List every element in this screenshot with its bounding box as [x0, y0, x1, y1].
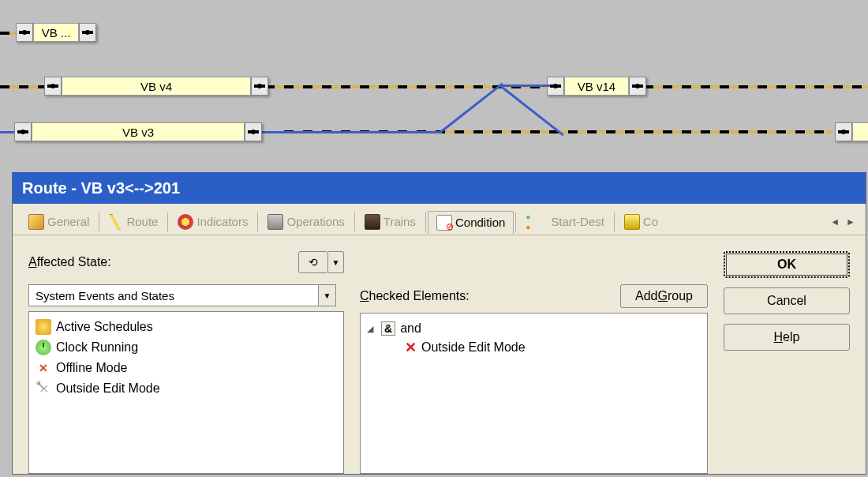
connector-icon — [16, 23, 33, 42]
connector-icon — [629, 77, 646, 96]
tab-route[interactable]: Route — [101, 211, 166, 233]
chevron-down-icon[interactable]: ▼ — [318, 285, 335, 306]
offline-icon — [36, 360, 51, 376]
connector-icon — [835, 122, 852, 141]
list-item[interactable]: Offline Mode — [36, 358, 337, 378]
ok-button[interactable]: OK — [724, 251, 850, 278]
tab-label: Operations — [286, 215, 344, 228]
connector-icon — [245, 122, 262, 141]
and-operator-icon: & — [381, 321, 395, 336]
track-switch — [440, 83, 503, 133]
btn-text: elp — [783, 330, 799, 344]
tree-node-label: and — [400, 321, 421, 336]
separator — [167, 212, 168, 231]
cancel-button[interactable]: Cancel — [724, 287, 850, 314]
block-label: VB v14 — [578, 80, 615, 93]
tree-node-item[interactable]: ✕ Outside Edit Mode — [367, 337, 701, 358]
add-group-button[interactable]: Add Group — [620, 284, 708, 308]
trains-icon — [365, 214, 380, 230]
separator — [515, 212, 516, 231]
route-dialog: Route - VB v3<-->201 General Route Indic… — [12, 172, 866, 475]
dialog-title: Route - VB v3<-->201 — [22, 179, 180, 197]
tab-bar: General Route Indicators Operations Trai… — [13, 204, 866, 235]
btn-text: Cancel — [767, 294, 806, 308]
tab-label: Indicators — [196, 215, 248, 228]
tab-indicators[interactable]: Indicators — [170, 211, 256, 233]
tab-label: Start-Dest — [551, 215, 604, 228]
btn-text: Add — [635, 289, 657, 303]
tab-scroll: ◄ ► — [828, 216, 858, 227]
state-action-button[interactable]: ⟲ — [298, 251, 328, 273]
events-combo[interactable]: System Events and States ▼ — [28, 284, 336, 306]
track-block[interactable]: VB ... — [33, 23, 79, 42]
btn-text: G — [658, 289, 668, 303]
dialog-content: Affected State: ⟲ ▼ System Events and St… — [13, 235, 866, 474]
track-block[interactable] — [852, 122, 868, 141]
connector-icon — [44, 77, 62, 96]
track-segment-active — [268, 131, 442, 133]
track-block[interactable]: VB v3 — [32, 122, 245, 141]
combo-value: System Events and States — [29, 289, 318, 302]
list-item[interactable]: Active Schedules — [36, 317, 337, 337]
operations-icon — [268, 214, 283, 230]
list-item[interactable]: Clock Running — [36, 337, 337, 358]
tab-condition[interactable]: Condition — [428, 211, 514, 235]
condition-icon — [436, 215, 452, 231]
tab-label: General — [47, 215, 89, 228]
route-icon — [109, 214, 123, 230]
x-icon: ✕ — [405, 339, 417, 356]
separator — [99, 212, 99, 231]
conditions-tree[interactable]: ◢ & and ✕ Outside Edit Mode — [360, 313, 708, 474]
list-item-label: Active Schedules — [56, 320, 153, 334]
tab-label: Route — [126, 215, 158, 228]
checked-elements-label: Checked Elements: — [360, 289, 470, 303]
separator — [354, 212, 355, 231]
help-button[interactable]: Help — [724, 324, 850, 351]
tab-label: Trains — [383, 215, 416, 228]
block-label: VB v4 — [140, 80, 172, 93]
list-item-label: Outside Edit Mode — [56, 381, 160, 396]
affected-state-row: Affected State: ⟲ ▼ — [28, 251, 344, 273]
left-column: Affected State: ⟲ ▼ System Events and St… — [28, 251, 344, 474]
tab-general[interactable]: General — [21, 211, 97, 233]
middle-column: Checked Elements: Add Group ◢ & and ✕ Ou… — [360, 251, 708, 474]
track-segment-active — [499, 85, 550, 87]
tree-node-and[interactable]: ◢ & and — [367, 320, 701, 337]
start-dest-icon — [526, 214, 541, 230]
list-item-label: Offline Mode — [56, 361, 127, 375]
general-icon — [28, 214, 44, 230]
connector-icon — [14, 122, 32, 141]
btn-text: H — [774, 330, 784, 344]
tab-co[interactable]: Co — [616, 211, 666, 233]
list-item-label: Clock Running — [56, 340, 138, 355]
track-block[interactable]: VB v4 — [62, 77, 251, 96]
state-action-dropdown[interactable]: ▼ — [328, 251, 344, 273]
affected-state-label: Affected State: — [28, 255, 298, 269]
dialog-titlebar: Route - VB v3<-->201 — [13, 172, 866, 204]
block-label: VB v3 — [122, 126, 154, 139]
connector-icon — [79, 23, 96, 42]
tab-label: Co — [643, 215, 658, 228]
tab-scroll-left[interactable]: ◄ — [828, 216, 842, 227]
states-listbox[interactable]: Active Schedules Clock Running Offline M… — [28, 311, 344, 474]
tab-start-dest[interactable]: Start-Dest — [518, 211, 612, 233]
block-label: VB ... — [42, 26, 71, 39]
clock-icon — [36, 340, 51, 355]
tab-label: Condition — [455, 216, 505, 229]
tab-trains[interactable]: Trains — [357, 211, 424, 233]
track-block[interactable]: VB v14 — [564, 77, 629, 96]
separator — [614, 212, 615, 231]
tab-operations[interactable]: Operations — [260, 211, 352, 233]
track-diagram: VB ... VB v4 VB v14 VB v3 — [0, 0, 868, 174]
separator — [257, 212, 258, 231]
btn-text: roup — [668, 289, 693, 303]
list-item[interactable]: Outside Edit Mode — [36, 378, 337, 399]
tab-scroll-right[interactable]: ► — [844, 216, 858, 227]
separator — [425, 212, 426, 231]
connector-icon — [251, 77, 268, 96]
indicators-icon — [178, 214, 193, 230]
collapse-icon[interactable]: ◢ — [367, 324, 376, 334]
schedules-icon — [36, 319, 51, 335]
edit-icon — [624, 214, 640, 230]
tree-node-label: Outside Edit Mode — [421, 340, 526, 355]
